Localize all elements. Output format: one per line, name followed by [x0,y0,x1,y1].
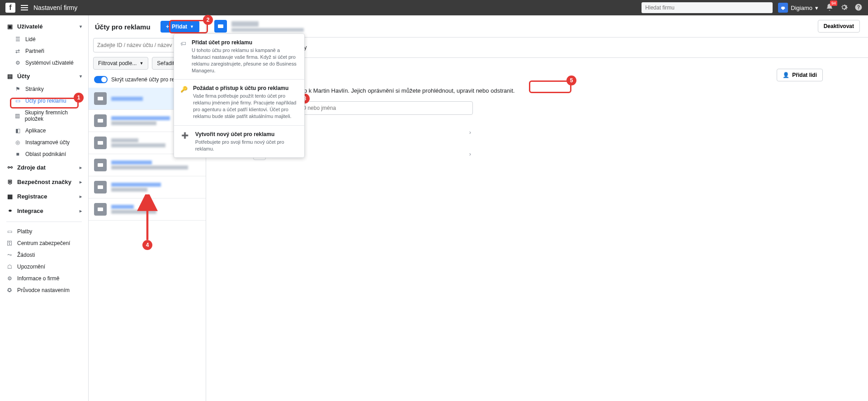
hamburger-icon[interactable] [21,5,28,10]
ad-account-icon [94,137,107,149]
chevron-right-icon: › [469,129,471,136]
redacted-text [111,97,143,101]
person-plus-icon: 👤 [783,72,789,78]
sidebar-section-accounts[interactable]: ▤Účty ▾ [0,69,88,83]
sidebar-item-requests[interactable]: ⤳Žádosti [0,249,88,261]
accounts-icon: ▤ [6,72,14,80]
redacted-text [111,116,170,120]
chevron-right-icon: › [469,151,471,157]
accounts-column-header: Účty pro reklamu [95,23,151,31]
caret-down-icon: ▾ [815,5,818,11]
sidebar-item-business-groups[interactable]: ▥Skupiny firemních položek [0,107,88,125]
gear-icon: ⚙ [6,275,13,282]
document-icon: ▦ [6,193,14,200]
redacted-text [111,210,156,214]
sidebar-item-people[interactable]: ☰Lidé [0,33,88,45]
business-selector[interactable]: Digiamo ▾ [778,3,818,13]
apps-icon: ◧ [14,127,21,134]
shield-icon: ⛨ [6,178,14,185]
sidebar-item-notifications[interactable]: ☖Upozornění [0,261,88,273]
redacted-account-id [231,28,304,32]
ad-account-icon [94,203,107,216]
redacted-text [111,165,188,170]
caret-down-icon: ▼ [139,61,143,66]
plus-circle-icon: ➕ [180,131,190,152]
chevron-right-icon: ▸ [80,194,82,199]
ad-account-icon [94,159,107,171]
add-people-button[interactable]: 👤 Přidat lidi [777,69,823,81]
sidebar-item-setup-guide[interactable]: ✪Průvodce nastavením [0,284,88,296]
deactivate-button[interactable]: Deaktivovat [818,20,860,33]
users-icon: ▣ [6,23,14,30]
chevron-right-icon: ▸ [80,208,82,213]
dropdown-add-ad-account[interactable]: 🏷 Přidat účet pro reklamuU tohoto účtu p… [174,34,304,79]
svg-rect-0 [98,97,103,100]
flag-icon: ⚑ [14,86,21,92]
redacted-text [111,205,134,209]
filter-button[interactable]: Filtrovat podle...▼ [93,57,148,70]
settings-icon[interactable] [840,3,848,13]
sidebar-item-company-info[interactable]: ⚙Informace o firmě [0,273,88,284]
svg-rect-5 [98,208,103,211]
sidebar-section-brand-safety[interactable]: ⛨Bezpečnost značky ▸ [0,175,88,189]
folder-icon: ▥ [14,113,20,119]
sidebar-item-apps[interactable]: ◧Aplikace [0,125,88,137]
business-name: Digiamo [791,5,812,11]
redacted-text [111,160,152,165]
key-icon: 🔑 [180,85,188,119]
business-search-input[interactable] [642,2,773,13]
hide-closed-toggle[interactable] [94,76,108,83]
dropdown-request-access[interactable]: 🔑 Požádat o přístup k účtu pro reklamuVa… [174,80,304,125]
redacted-text [111,143,165,147]
ad-account-icon [94,114,107,127]
sidebar-section-data-sources[interactable]: ⚯Zdroje dat ▸ [0,160,88,175]
ad-account-icon [94,92,107,105]
chevron-down-icon: ▾ [80,24,82,29]
sidebar-item-payments[interactable]: ▭Platby [0,226,88,237]
sidebar-item-system-users[interactable]: ⚙Systémoví uživatelé [0,57,88,69]
sidebar-item-security-center[interactable]: ⚿Centrum zabezpečení [0,237,88,249]
sidebar-item-ad-accounts[interactable]: ▭Účty pro reklamu [0,95,88,107]
account-row[interactable] [89,176,206,198]
ad-account-icon [214,20,227,33]
notifications-icon[interactable]: 94 [826,3,834,13]
left-sidebar: ▣Uživatelé ▾ ☰Lidé ⇄Partneři ⚙Systémoví … [0,15,89,401]
redacted-account-name [231,21,259,27]
add-button[interactable]: + Přidat ▼ [160,21,199,33]
caret-down-icon: ▼ [190,24,194,29]
svg-rect-4 [98,185,103,189]
sidebar-section-integration[interactable]: ⚭Integrace ▸ [0,203,88,218]
share-icon: ⚯ [6,164,14,171]
bell-icon: ☖ [6,264,13,270]
redacted-text [111,121,156,125]
handshake-icon: ⇄ [14,48,21,54]
top-bar: f Nastavení firmy Digiamo ▾ 94 [0,0,868,15]
facebook-logo[interactable]: f [5,3,15,13]
chevron-right-icon: ▸ [80,179,82,184]
compass-icon: ✪ [6,287,13,293]
card-icon: ▭ [6,228,13,235]
sidebar-item-partners[interactable]: ⇄Partneři [0,45,88,57]
account-row[interactable] [89,198,206,221]
sidebar-item-business-area[interactable]: ■Oblast podnikání [0,148,88,160]
sidebar-item-pages[interactable]: ⚑Stránky [0,83,88,95]
svg-rect-3 [98,163,103,167]
gear-icon: ⚙ [14,60,21,66]
dropdown-create-new[interactable]: ➕ Vytvořit nový účet pro reklamuPotřebuj… [174,126,304,158]
briefcase-icon: ■ [14,151,21,157]
sidebar-section-users[interactable]: ▣Uživatelé ▾ [0,19,88,33]
svg-rect-2 [98,141,103,145]
svg-rect-6 [218,24,223,28]
ad-account-icon [94,181,107,193]
add-dropdown: 🏷 Přidat účet pro reklamuU tohoto účtu p… [174,33,305,158]
business-search[interactable] [642,2,773,13]
integration-icon: ⚭ [6,207,14,214]
sidebar-section-registration[interactable]: ▦Registrace ▸ [0,189,88,203]
people-description: Tihle lidé mají přístup k Martin Havlín.… [251,87,823,95]
instagram-icon: ◎ [14,139,21,146]
sidebar-item-instagram[interactable]: ◎Instagramové účty [0,137,88,148]
redacted-text [111,188,147,192]
lock-icon: ⚿ [6,240,13,246]
chevron-right-icon: ▸ [80,165,82,170]
help-icon[interactable] [854,3,863,13]
